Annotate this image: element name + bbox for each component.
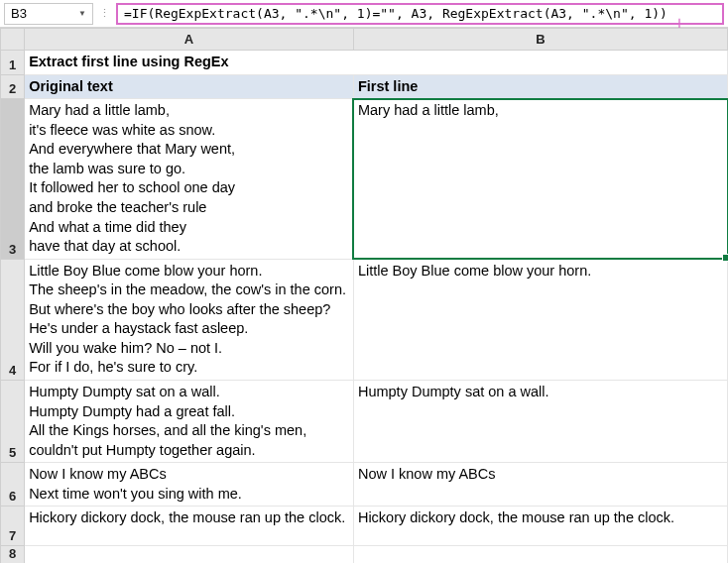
cell-a5[interactable]: Humpty Dumpty sat on a wall. Humpty Dump… xyxy=(25,381,354,463)
cell-a8[interactable] xyxy=(25,546,354,563)
row-header-4[interactable]: 4 xyxy=(1,259,25,380)
cell-a7[interactable]: Hickory dickory dock, the mouse ran up t… xyxy=(25,507,354,546)
select-all-corner[interactable] xyxy=(1,29,25,51)
cell-a3[interactable]: Mary had a little lamb, it's fleece was … xyxy=(25,99,354,260)
cell-b4[interactable]: Little Boy Blue come blow your horn. xyxy=(353,259,727,380)
row-header-7[interactable]: 7 xyxy=(1,507,25,546)
name-box-value: B3 xyxy=(11,6,27,21)
cell-b8[interactable] xyxy=(353,546,727,563)
cell-b6[interactable]: Now I know my ABCs xyxy=(353,463,727,507)
name-box[interactable]: B3 ▼ xyxy=(4,3,93,25)
cell-b5[interactable]: Humpty Dumpty sat on a wall. xyxy=(353,381,727,463)
spreadsheet-grid[interactable]: A B 1 Extract first line using RegEx 2 O… xyxy=(0,28,728,563)
chevron-down-icon[interactable]: ▼ xyxy=(78,9,86,18)
row-header-1[interactable]: 1 xyxy=(1,51,25,75)
row-header-5[interactable]: 5 xyxy=(1,381,25,463)
formula-bar[interactable]: =IF(RegExpExtract(A3, ".*\n", 1)="", A3,… xyxy=(116,3,724,25)
col-header-b[interactable]: B xyxy=(353,29,727,51)
cell-b7[interactable]: Hickory dickory dock, the mouse ran up t… xyxy=(353,507,727,546)
header-a[interactable]: Original text xyxy=(25,74,354,99)
formula-toolbar: B3 ▼ ⋮ =IF(RegExpExtract(A3, ".*\n", 1)=… xyxy=(0,0,728,28)
fx-separator: ⋮ xyxy=(97,7,112,20)
row-header-2[interactable]: 2 xyxy=(1,74,25,99)
title-cell[interactable]: Extract first line using RegEx xyxy=(25,51,728,75)
cell-b3[interactable]: Mary had a little lamb, xyxy=(353,99,727,260)
row-header-6[interactable]: 6 xyxy=(1,463,25,507)
row-header-8[interactable]: 8 xyxy=(1,546,25,563)
cell-a4[interactable]: Little Boy Blue come blow your horn. The… xyxy=(25,259,354,380)
cell-a6[interactable]: Now I know my ABCs Next time won't you s… xyxy=(25,463,354,507)
row-header-3[interactable]: 3 xyxy=(1,99,25,260)
header-b[interactable]: First line xyxy=(353,74,727,99)
formula-text: =IF(RegExpExtract(A3, ".*\n", 1)="", A3,… xyxy=(124,6,667,21)
col-header-a[interactable]: A xyxy=(25,29,354,51)
